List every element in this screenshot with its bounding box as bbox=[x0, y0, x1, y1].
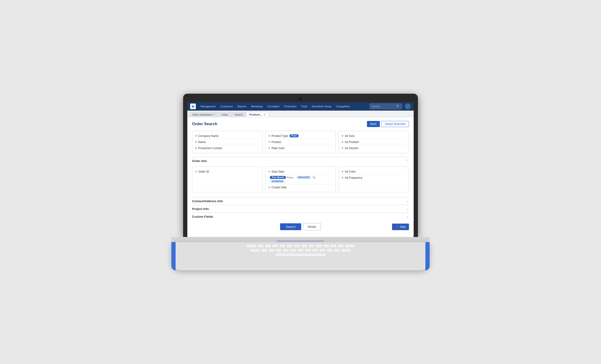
field-ad-color[interactable]: + Ad Color bbox=[341, 169, 406, 175]
plus-icon: + bbox=[195, 146, 197, 150]
order-info-section-header[interactable]: Order Info ⌃ bbox=[192, 157, 409, 165]
contact-address-section[interactable]: Contact/Address Info ⌄ bbox=[192, 197, 409, 205]
tab-close-icon[interactable]: ✕ bbox=[263, 113, 266, 116]
key[interactable] bbox=[290, 248, 297, 252]
field-order-id[interactable]: + Order ID bbox=[195, 169, 260, 174]
key[interactable] bbox=[308, 244, 315, 248]
tab-producti[interactable]: Producti... ✕ bbox=[246, 112, 269, 117]
badge-this-month[interactable]: This Month bbox=[270, 176, 286, 179]
key[interactable] bbox=[312, 248, 318, 252]
nav-marketing[interactable]: Marketing bbox=[249, 102, 264, 111]
key[interactable] bbox=[316, 244, 322, 248]
other-fields-box: + Ad Color + Ad Frequency bbox=[339, 166, 409, 192]
field-production-contact[interactable]: + Production Contact bbox=[195, 145, 260, 151]
product-fields-box: + Product Type Print + Product + Rate Ca… bbox=[265, 131, 336, 153]
field-start-date[interactable]: + Start Date bbox=[268, 169, 333, 175]
key[interactable] bbox=[279, 244, 286, 248]
project-info-section[interactable]: Project Info ⌄ bbox=[192, 205, 409, 212]
order-id-box: + Order ID bbox=[192, 166, 262, 192]
badge-to-date[interactable]: 02/28/2022 bbox=[270, 180, 285, 183]
contact-address-title: Contact/Address Info bbox=[192, 199, 223, 203]
key[interactable] bbox=[319, 248, 326, 252]
search-button[interactable]: Search bbox=[280, 223, 301, 230]
tab-search[interactable]: Search bbox=[231, 112, 246, 117]
plus-icon: + bbox=[195, 134, 197, 138]
plus-icon: + bbox=[195, 170, 197, 173]
tab-arrow: ▼ bbox=[213, 113, 215, 116]
search-fields-grid: + Company Name + Name + Production Conta… bbox=[192, 131, 409, 153]
plus-icon: + bbox=[341, 176, 343, 179]
back-button[interactable]: Back bbox=[367, 121, 380, 127]
field-name[interactable]: + Name bbox=[195, 139, 260, 145]
key[interactable] bbox=[330, 244, 337, 248]
key[interactable] bbox=[326, 248, 333, 252]
nav-production[interactable]: Production bbox=[282, 102, 298, 111]
key[interactable] bbox=[304, 248, 311, 252]
blue-strip-left bbox=[171, 242, 176, 270]
key[interactable] bbox=[297, 248, 304, 252]
field-product[interactable]: + Product bbox=[268, 139, 333, 145]
nav-search-input[interactable] bbox=[372, 105, 395, 108]
key[interactable] bbox=[275, 248, 282, 252]
chevron-down-icon: ⌄ bbox=[406, 199, 409, 203]
key[interactable] bbox=[294, 244, 300, 248]
nav-circulation[interactable]: Circulation bbox=[265, 102, 281, 111]
field-company-name[interactable]: + Company Name bbox=[195, 133, 260, 139]
field-ad-size[interactable]: + Ad Size bbox=[341, 133, 406, 139]
key[interactable] bbox=[323, 244, 329, 248]
key[interactable] bbox=[250, 248, 260, 252]
spacebar[interactable] bbox=[275, 253, 326, 257]
date-range-row: This Month From: 02/01/2022 To: 02/28/20… bbox=[268, 175, 333, 184]
tab-sales-dashboard[interactable]: Sales Dashboard ▼ bbox=[189, 112, 218, 117]
plus-icon: + bbox=[341, 146, 343, 150]
key[interactable] bbox=[265, 244, 271, 248]
user-icon[interactable]: 👤 bbox=[405, 103, 411, 110]
key[interactable] bbox=[268, 248, 275, 252]
nav-customers[interactable]: Customers bbox=[218, 102, 235, 111]
chevron-up-icon: ⌃ bbox=[406, 159, 409, 163]
laptop-screen: M Management Customers Reports Marketing… bbox=[187, 102, 414, 237]
help-icon: ❓ bbox=[395, 225, 399, 229]
saved-searches-button[interactable]: Saved Searches bbox=[381, 121, 409, 127]
order-info-content: + Order ID + Start Date bbox=[192, 165, 409, 197]
key[interactable] bbox=[301, 244, 308, 248]
field-ad-position[interactable]: + Ad Position bbox=[341, 139, 406, 145]
laptop-screen-shell: M Management Customers Reports Marketing… bbox=[183, 94, 418, 237]
reset-button[interactable]: Reset bbox=[303, 223, 321, 230]
laptop-outer: M Management Customers Reports Marketing… bbox=[171, 94, 430, 270]
plus-icon: + bbox=[268, 170, 270, 173]
field-product-type[interactable]: + Product Type Print bbox=[268, 133, 333, 139]
key[interactable] bbox=[341, 248, 351, 252]
field-create-date[interactable]: + Create Date bbox=[268, 184, 333, 190]
nav-tools[interactable]: Tools bbox=[299, 102, 309, 111]
plus-icon: + bbox=[341, 134, 343, 138]
key[interactable] bbox=[272, 244, 279, 248]
key[interactable] bbox=[261, 248, 267, 252]
badge-from-date[interactable]: 02/01/2022 bbox=[296, 176, 311, 179]
nav-chargebrite[interactable]: ChargeBrite bbox=[334, 102, 352, 111]
app-navbar: M Management Customers Reports Marketing… bbox=[187, 102, 414, 111]
nav-management[interactable]: Management bbox=[199, 102, 217, 111]
nav-nonadmin[interactable]: NonAdmin Setup bbox=[310, 102, 333, 111]
field-rate-card[interactable]: + Rate Card bbox=[268, 145, 333, 151]
key[interactable] bbox=[246, 244, 257, 248]
tab-inbox[interactable]: Inbox bbox=[219, 112, 231, 117]
nav-reports[interactable]: Reports bbox=[235, 102, 248, 111]
key[interactable] bbox=[283, 248, 289, 252]
key[interactable] bbox=[257, 244, 264, 248]
custom-fields-section[interactable]: Custom Fields ⌄ bbox=[192, 212, 409, 220]
page-title: Order Search bbox=[192, 122, 217, 126]
laptop-keyboard-area bbox=[171, 242, 430, 270]
field-ad-frequency[interactable]: + Ad Frequency bbox=[341, 175, 406, 181]
chevron-down-icon: ⌄ bbox=[406, 215, 409, 218]
badge-print: Print bbox=[290, 134, 299, 137]
key[interactable] bbox=[334, 248, 340, 252]
blue-strip-right bbox=[425, 242, 430, 270]
bottom-actions: Search Reset ❓ Help bbox=[192, 220, 409, 233]
key[interactable] bbox=[286, 244, 293, 248]
key[interactable] bbox=[345, 244, 355, 248]
nav-search-box[interactable]: 🔍 bbox=[370, 103, 402, 109]
field-ad-section[interactable]: + Ad Section bbox=[341, 145, 406, 151]
help-button[interactable]: ❓ Help bbox=[392, 223, 409, 230]
key[interactable] bbox=[337, 244, 344, 248]
